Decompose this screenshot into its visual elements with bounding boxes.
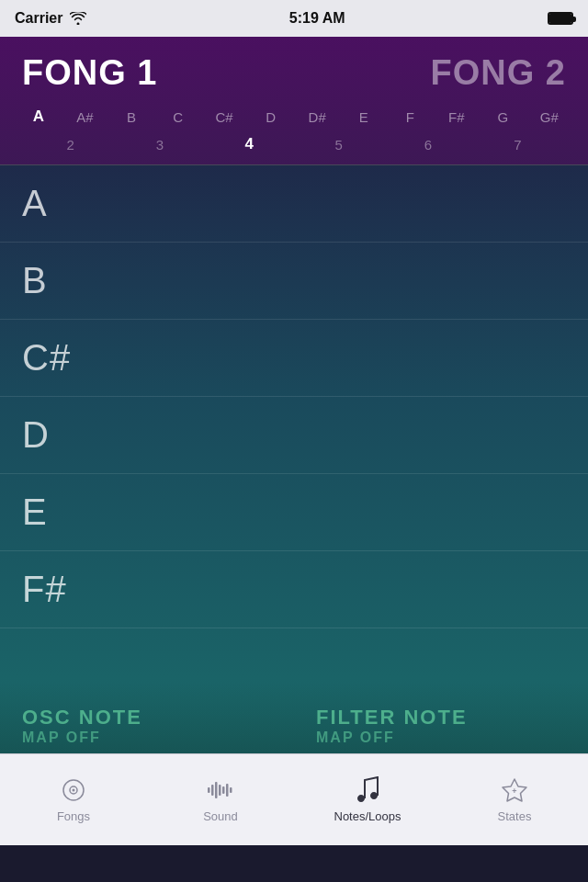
battery-icon [548,12,573,25]
svg-rect-3 [208,787,210,793]
note-list-label: E [22,492,48,533]
note-list-item[interactable]: F# [0,551,588,628]
main-content: FONG 1 FONG 2 AA#BCC#DD#EFF#GG# 234567 A… [0,37,588,845]
octave-selector-item[interactable]: 6 [402,137,453,153]
fongs-icon [60,776,87,804]
note-list-item[interactable]: A [0,165,588,243]
header-titles: FONG 1 FONG 2 [22,53,566,93]
svg-rect-6 [219,785,221,796]
status-bar: Carrier 5:19 AM [0,0,588,37]
fong1-title[interactable]: FONG 1 [22,53,157,93]
filter-note-label: FILTER NOTE [316,706,468,729]
note-selector-item[interactable]: A [26,107,51,126]
note-selector-item[interactable]: G# [537,109,562,125]
note-selector-item[interactable]: C [165,109,191,125]
note-list-label: A [22,183,48,224]
tab-fongs[interactable]: Fongs [0,754,147,845]
tab-sound-label: Sound [203,809,238,823]
note-selector-item[interactable]: C# [211,109,237,125]
tab-fongs-label: Fongs [57,809,90,823]
octave-selector-item[interactable]: 3 [134,137,185,153]
note-selector-item[interactable]: A# [73,109,98,125]
notes-items: ABC#DEF# [0,165,588,682]
tab-states[interactable]: + States [441,754,588,845]
note-list-item[interactable]: E [0,474,588,551]
svg-rect-7 [222,786,225,794]
notes-loops-icon [354,776,381,804]
note-selector-item[interactable]: F [397,109,423,125]
octave-selector-item[interactable]: 5 [313,137,364,153]
svg-text:+: + [512,786,516,796]
note-list-item[interactable]: D [0,397,588,474]
states-icon: + [501,776,528,804]
note-list-label: B [22,260,48,301]
wifi-icon [70,12,86,25]
note-selector-item[interactable]: B [119,109,144,125]
note-list-label: D [22,414,50,456]
svg-point-2 [73,789,75,792]
header: FONG 1 FONG 2 AA#BCC#DD#EFF#GG# 234567 [0,37,588,164]
osc-note-label: OSC NOTE [22,706,272,729]
note-selector-item[interactable]: E [351,109,377,125]
filter-map-label: MAP OFF [316,729,395,746]
octave-selector-item[interactable]: 2 [45,137,96,153]
tab-states-label: States [498,809,532,823]
note-selector-item[interactable]: G [490,109,515,125]
svg-rect-4 [211,785,214,796]
octave-selector-item[interactable]: 7 [492,137,543,153]
octave-selector-item[interactable]: 4 [224,135,275,153]
svg-rect-9 [230,787,232,793]
status-right [548,12,573,25]
note-list-label: C# [22,337,71,379]
bottom-overlay: OSC NOTE MAP OFF FILTER NOTE MAP OFF [0,682,588,753]
status-left: Carrier [15,10,86,27]
tab-notes-loops[interactable]: Notes/Loops [294,754,441,845]
tab-sound[interactable]: Sound [147,754,294,845]
carrier-label: Carrier [15,10,62,27]
note-list-label: F# [22,569,67,610]
note-list-item[interactable]: B [0,243,588,320]
octave-selector: 234567 [22,135,566,164]
note-selector-item[interactable]: F# [444,109,469,125]
note-list-item[interactable]: C# [0,320,588,397]
tab-notes-loops-label: Notes/Loops [334,809,401,823]
notes-scroll: ABC#DEF# OSC NOTE MAP OFF FILTER NOTE MA… [0,165,588,753]
fong2-title[interactable]: FONG 2 [431,53,566,93]
note-selector: AA#BCC#DD#EFF#GG# [22,107,566,126]
tab-bar: Fongs Sound [0,753,588,845]
battery-fill [549,14,571,23]
osc-map-label: MAP OFF [22,729,272,746]
osc-section: OSC NOTE MAP OFF [0,682,294,753]
status-time: 5:19 AM [289,10,345,27]
svg-rect-8 [226,784,229,797]
svg-rect-5 [215,782,218,798]
filter-section: FILTER NOTE MAP OFF [294,682,588,753]
note-selector-item[interactable]: D# [304,109,330,125]
sound-icon [207,776,234,804]
note-selector-item[interactable]: D [258,109,284,125]
